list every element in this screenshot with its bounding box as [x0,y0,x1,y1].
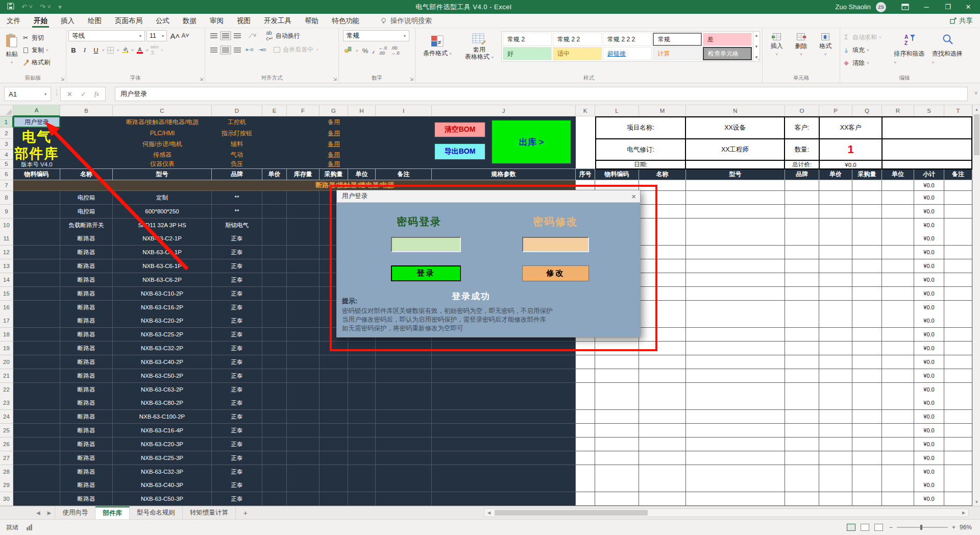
change-password-input[interactable] [522,237,589,252]
right-cell[interactable] [944,246,972,259]
part-name-cell[interactable]: 断路器 [60,396,113,410]
left-cell[interactable] [13,287,60,301]
left-cell[interactable] [348,383,376,397]
right-cell[interactable] [852,180,882,191]
column-header-j[interactable]: J [432,105,576,116]
right-cell[interactable] [819,383,852,397]
revision-value[interactable]: XX工程师 [685,138,785,161]
tab-10[interactable]: 特色功能 [325,14,366,28]
right-cell[interactable] [852,301,882,314]
horizontal-scroll-thumb[interactable] [495,510,648,516]
cell-style-row2-2[interactable]: 超链接 [603,47,652,60]
left-cell[interactable] [262,191,287,205]
column-header-s[interactable]: S [914,105,944,116]
right-cell[interactable] [785,437,819,451]
left-cell[interactable] [287,191,320,205]
right-cell[interactable] [944,437,972,451]
decrease-decimal-icon[interactable]: .00→.0 [391,45,400,56]
right-cell[interactable] [785,355,819,369]
right-cell[interactable] [882,437,914,451]
right-cell[interactable] [785,273,819,287]
right-cell[interactable] [595,355,639,369]
right-cell[interactable] [852,328,882,342]
column-header-i[interactable]: I [376,105,432,116]
align-left-icon[interactable] [210,47,217,53]
cell-style-row2-0[interactable]: 好 [503,47,552,60]
column-header-f[interactable]: F [287,105,320,116]
part-brand-cell[interactable]: ** [212,191,262,205]
row-header-15[interactable]: 15 [0,287,13,301]
right-cell[interactable] [819,191,852,205]
tell-me-box[interactable]: 操作说明搜索 [380,16,432,26]
minimize-button[interactable]: ─ [916,0,937,14]
cell-style-row1-4[interactable]: 差 [703,33,752,46]
right-cell[interactable] [819,218,852,232]
part-name-cell[interactable]: 断路器 [60,246,113,259]
subtotal-cell[interactable]: ¥0.0 [914,180,944,191]
row-header-1[interactable]: 1 [0,116,13,128]
part-model-cell[interactable]: NXB-63-C6-1P [113,259,212,273]
right-cell[interactable] [639,191,686,205]
sheet-tab-active[interactable]: 部件库 [95,506,130,519]
column-header-p[interactable]: P [819,105,852,116]
cell-style-row2-3[interactable]: 计算 [653,47,702,60]
right-cell[interactable] [852,492,882,506]
part-name-cell[interactable]: 断路器 [60,301,113,314]
category-banner-row[interactable]: 断路器/接触器/继电器/电源 [13,180,576,191]
right-cell[interactable] [944,287,972,301]
right-cell[interactable] [819,396,852,410]
part-model-cell[interactable]: NXB-63-C63-2P [113,383,212,397]
align-bottom-icon[interactable] [234,33,241,38]
share-button[interactable]: 共享 [950,16,973,26]
right-cell[interactable] [686,205,785,218]
right-cell[interactable] [819,328,852,342]
confirm-entry-icon[interactable]: ✓ [81,90,86,98]
left-cell[interactable] [13,273,60,287]
left-cell[interactable] [262,342,287,355]
row-header-12[interactable]: 12 [0,246,13,259]
left-cell[interactable] [287,465,320,479]
right-cell[interactable] [819,232,852,246]
left-cell[interactable] [320,424,348,437]
category-link[interactable]: 仪器仪表 [150,160,175,168]
subtotal-cell[interactable]: ¥0.0 [914,232,944,246]
italic-icon[interactable]: I [80,45,90,55]
subtotal-cell[interactable]: ¥0.0 [914,205,944,218]
total-value[interactable]: ¥0.0 [819,160,883,169]
left-cell[interactable] [262,355,287,369]
gallery-up-icon[interactable]: ▲ [754,33,758,38]
right-cell[interactable] [944,328,972,342]
client-value[interactable]: XX客户 [819,116,883,139]
accessibility-icon[interactable] [27,524,32,530]
part-name-cell[interactable]: 断路器 [60,287,113,301]
part-name-cell[interactable]: 断路器 [60,342,113,355]
left-cell[interactable] [262,273,287,287]
left-cell[interactable] [348,369,376,383]
category-link[interactable]: 辅料 [231,140,243,149]
left-cell[interactable] [320,478,348,492]
right-cell[interactable] [595,465,639,479]
row-header-17[interactable]: 17 [0,314,13,328]
right-cell[interactable] [639,383,686,397]
subtotal-cell[interactable]: ¥0.0 [914,478,944,492]
right-cell[interactable] [639,369,686,383]
right-cell[interactable] [819,342,852,355]
left-cell[interactable] [320,342,348,355]
left-cell[interactable] [287,301,320,314]
part-model-cell[interactable]: NXB-63-C10-2P [113,287,212,301]
right-cell[interactable] [852,205,882,218]
part-name-cell[interactable]: 断路器 [60,383,113,397]
sheet-tab-3[interactable]: 转矩惯量计算 [183,506,236,519]
cell-style-row1-0[interactable]: 常规 2 [503,33,552,46]
qty-value[interactable]: 1 [819,138,883,161]
left-cell[interactable] [13,369,60,383]
part-brand-cell[interactable]: 正泰 [212,492,262,506]
right-cell[interactable] [576,396,595,410]
left-cell[interactable] [348,465,376,479]
right-cell[interactable] [944,478,972,492]
right-cell[interactable] [944,191,972,205]
part-brand-cell[interactable]: 正泰 [212,383,262,397]
subtotal-cell[interactable]: ¥0.0 [914,492,944,506]
left-cell[interactable] [262,478,287,492]
right-cell[interactable] [852,273,882,287]
